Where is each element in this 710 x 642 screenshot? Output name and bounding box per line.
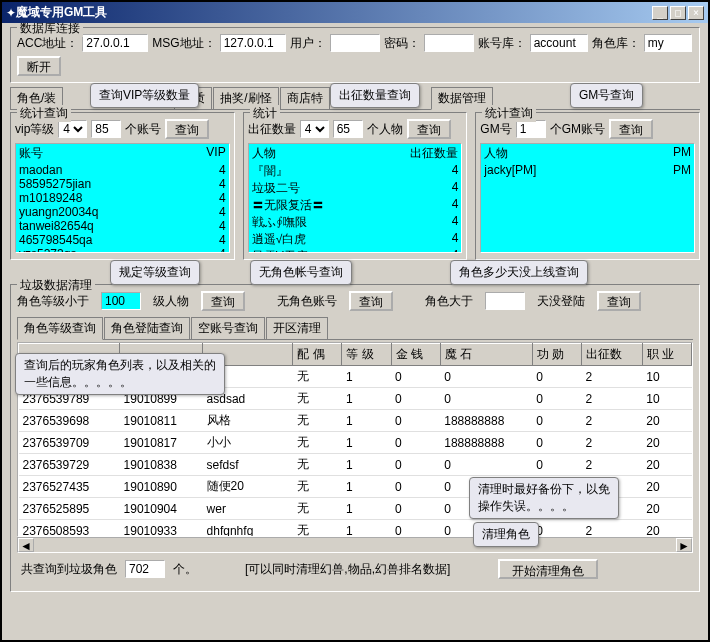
level-unit: 级人物: [153, 293, 189, 310]
table-row[interactable]: 237653969819010811风格无101888888880220: [19, 410, 692, 432]
exp-count-input[interactable]: [333, 120, 363, 138]
acc-input[interactable]: [82, 34, 148, 52]
window-title: 魔域专用GM工具: [16, 4, 652, 21]
vip-hdr-vip: VIP: [206, 145, 225, 162]
acctdb-label: 账号库：: [478, 35, 526, 52]
list-item[interactable]: 〓无限复活〓4: [249, 197, 462, 214]
list-item[interactable]: 『闇』4: [249, 163, 462, 180]
app-icon: ✦: [6, 6, 16, 20]
level-query-button[interactable]: 查询: [201, 291, 245, 311]
list-item[interactable]: 58595275jian4: [16, 177, 229, 191]
gm-count-input[interactable]: [516, 120, 546, 138]
roledb-input[interactable]: [644, 34, 692, 52]
list-item[interactable]: yuangn20034q4: [16, 205, 229, 219]
panel2-title: 统计: [250, 105, 280, 122]
subtab-empty[interactable]: 空账号查询: [191, 317, 265, 339]
callout-cleanup: 清理角色: [473, 522, 539, 547]
table-row[interactable]: 237653970919010817小小无101888888880220: [19, 432, 692, 454]
sub-tabs: 角色等级查询 角色登陆查询 空账号查询 开区清理: [17, 317, 693, 340]
list-item[interactable]: 逍遥√白虎4: [249, 231, 462, 248]
table-row[interactable]: 237653972919010838sefdsf无1000220: [19, 454, 692, 476]
list-item[interactable]: 垃圾二号4: [249, 180, 462, 197]
disconnect-button[interactable]: 断开: [17, 56, 61, 76]
table-header[interactable]: 配 偶: [293, 344, 342, 366]
list-item[interactable]: 戦ふ∮嘸限4: [249, 214, 462, 231]
noacct-query-button[interactable]: 查询: [349, 291, 393, 311]
callout-days-query: 角色多少天没上线查询: [450, 260, 588, 285]
level-input[interactable]: [101, 292, 141, 310]
cleanup-note: [可以同时清理幻兽,物品,幻兽排名数据]: [245, 561, 450, 578]
list-item[interactable]: tanwei82654q4: [16, 219, 229, 233]
tab-shop[interactable]: 商店特: [280, 87, 330, 109]
msg-input[interactable]: [220, 34, 286, 52]
pass-input[interactable]: [424, 34, 474, 52]
vip-level-label: vip等级: [15, 121, 54, 138]
subtab-level[interactable]: 角色等级查询: [17, 317, 103, 340]
close-button[interactable]: ×: [688, 6, 704, 20]
table-header[interactable]: 职 业: [642, 344, 691, 366]
callout-vip: 查询VIP等级数量: [90, 83, 199, 108]
scroll-left-button[interactable]: ◄: [18, 538, 34, 552]
callout-expedition: 出征数量查询: [330, 83, 420, 108]
exp-hdr-char: 人物: [252, 145, 411, 162]
callout-level-query: 规定等级查询: [110, 260, 200, 285]
main-tabs: 角色/装 品质 抽奖/刷怪 商店特 数据管理 查询VIP等级数量 出征数量查询 …: [10, 87, 700, 110]
msg-label: MSG地址：: [152, 35, 215, 52]
vip-level-select[interactable]: 4: [58, 120, 87, 138]
exp-query-button[interactable]: 查询: [407, 119, 451, 139]
total-unit: 个。: [173, 561, 197, 578]
callout-gm: GM号查询: [570, 83, 643, 108]
user-label: 用户：: [290, 35, 326, 52]
scroll-right-button[interactable]: ►: [676, 538, 692, 552]
gm-unit: 个GM账号: [550, 121, 605, 138]
pass-label: 密码：: [384, 35, 420, 52]
vip-query-button[interactable]: 查询: [165, 119, 209, 139]
noacct-label: 无角色账号: [277, 293, 337, 310]
expedition-stat-panel: 统计 出征数量 4 个人物 查询 人物出征数量 『闇』4垃圾二号4〓无限复活〓4…: [243, 112, 468, 260]
total-input[interactable]: [125, 560, 165, 578]
subtab-login[interactable]: 角色登陆查询: [104, 317, 190, 339]
vip-count-input[interactable]: [91, 120, 121, 138]
db-connection-group: 数据库连接 ACC地址： MSG地址： 用户： 密码： 账号库： 角色库： 断开: [10, 27, 700, 83]
user-input[interactable]: [330, 34, 380, 52]
table-row[interactable]: 237650859319010933dhfgnhfg无1000220: [19, 520, 692, 538]
list-item[interactable]: 风雪V无痕4: [249, 248, 462, 253]
gm-listbox[interactable]: 人物PM jacky[PM]PM: [480, 143, 695, 253]
exp-listbox[interactable]: 人物出征数量 『闇』4垃圾二号4〓无限复活〓4戦ふ∮嘸限4逍遥√白虎4风雪V无痕…: [248, 143, 463, 253]
exp-hdr-count: 出征数量: [410, 145, 458, 162]
h-scrollbar[interactable]: ◄ ►: [17, 537, 693, 553]
callout-noacct-query: 无角色帐号查询: [250, 260, 352, 285]
table-header[interactable]: 等 级: [342, 344, 391, 366]
exp-unit: 个人物: [367, 121, 403, 138]
vip-unit: 个账号: [125, 121, 161, 138]
roledb-label: 角色库：: [592, 35, 640, 52]
acc-label: ACC地址：: [17, 35, 78, 52]
days-unit: 天没登陆: [537, 293, 585, 310]
vip-hdr-account: 账号: [19, 145, 206, 162]
list-item[interactable]: jacky[PM]PM: [481, 163, 694, 177]
table-header[interactable]: 功 勋: [532, 344, 581, 366]
exp-select[interactable]: 4: [300, 120, 329, 138]
panel3-title: 统计查询: [482, 105, 536, 122]
total-label: 共查询到垃圾角色: [21, 561, 117, 578]
table-header[interactable]: 金 钱: [391, 344, 440, 366]
gm-label: GM号: [480, 121, 511, 138]
callout-backup: 清理时最好备份下，以免操作失误。。。。: [469, 477, 619, 519]
maximize-button[interactable]: □: [670, 6, 686, 20]
table-header[interactable]: 出征数: [581, 344, 642, 366]
db-group-title: 数据库连接: [17, 23, 83, 37]
table-header[interactable]: 魔 石: [440, 344, 532, 366]
list-item[interactable]: yzs5273qa4: [16, 247, 229, 253]
start-cleanup-button[interactable]: 开始清理角色: [498, 559, 598, 579]
days-input[interactable]: [485, 292, 525, 310]
acctdb-input[interactable]: [530, 34, 588, 52]
gm-query-button[interactable]: 查询: [609, 119, 653, 139]
vip-stat-panel: 统计查询 vip等级 4 个账号 查询 账号VIP maodan45859527…: [10, 112, 235, 260]
subtab-zone[interactable]: 开区清理: [266, 317, 328, 339]
days-query-button[interactable]: 查询: [597, 291, 641, 311]
vip-listbox[interactable]: 账号VIP maodan458595275jian4m101892484yuan…: [15, 143, 230, 253]
minimize-button[interactable]: _: [652, 6, 668, 20]
list-item[interactable]: m101892484: [16, 191, 229, 205]
list-item[interactable]: 465798545qa4: [16, 233, 229, 247]
list-item[interactable]: maodan4: [16, 163, 229, 177]
